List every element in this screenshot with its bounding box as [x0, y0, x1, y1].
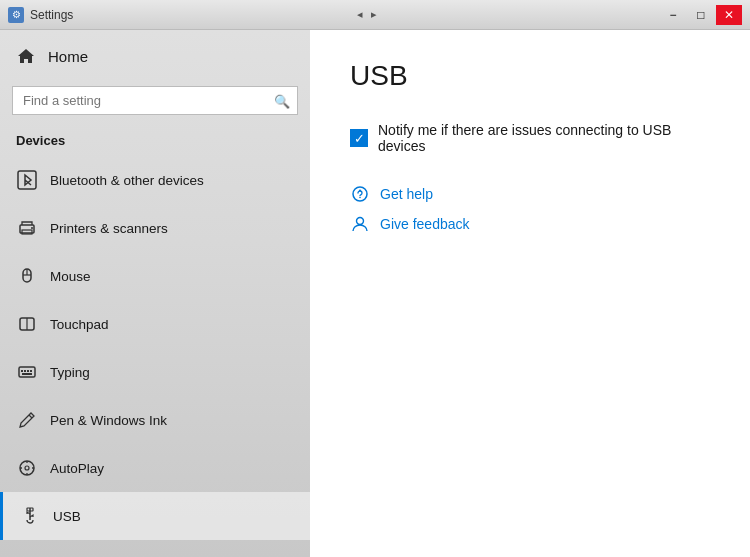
search-bar: 🔍 — [12, 86, 298, 115]
svg-point-16 — [20, 461, 34, 475]
svg-line-15 — [29, 415, 32, 418]
usb-checkbox[interactable]: ✓ — [350, 129, 368, 147]
usb-checkbox-label: Notify me if there are issues connecting… — [378, 122, 710, 154]
sidebar-item-pen[interactable]: Pen & Windows Ink — [0, 396, 310, 444]
usb-label: USB — [53, 509, 81, 524]
nav-back-icon[interactable]: ◂ — [357, 8, 363, 21]
autoplay-icon — [16, 457, 38, 479]
sidebar-item-home[interactable]: Home — [0, 30, 310, 82]
svg-rect-13 — [30, 370, 32, 372]
typing-label: Typing — [50, 365, 90, 380]
usb-checkbox-row: ✓ Notify me if there are issues connecti… — [350, 122, 710, 154]
sidebar-item-usb[interactable]: USB — [0, 492, 310, 540]
get-help-link[interactable]: Get help — [350, 184, 710, 204]
svg-rect-12 — [27, 370, 29, 372]
search-icon: 🔍 — [274, 93, 290, 108]
svg-rect-11 — [24, 370, 26, 372]
settings-app-icon: ⚙ — [8, 7, 24, 23]
printer-icon — [16, 217, 38, 239]
titlebar-left: ⚙ Settings — [8, 7, 73, 23]
touchpad-icon — [16, 313, 38, 335]
checkbox-checkmark: ✓ — [354, 132, 365, 145]
home-label: Home — [48, 48, 88, 65]
help-links: Get help Give feedback — [350, 184, 710, 234]
svg-point-17 — [25, 466, 29, 470]
nav-items: Bluetooth & other devices Printers & sca… — [0, 156, 310, 557]
svg-point-19 — [353, 187, 367, 201]
pen-icon — [16, 409, 38, 431]
sidebar-section-label: Devices — [0, 127, 310, 156]
give-feedback-icon — [350, 214, 370, 234]
close-button[interactable]: ✕ — [716, 5, 742, 25]
content-area: USB ✓ Notify me if there are issues conn… — [310, 30, 750, 557]
sidebar-item-touchpad[interactable]: Touchpad — [0, 300, 310, 348]
give-feedback-label: Give feedback — [380, 216, 470, 232]
get-help-icon — [350, 184, 370, 204]
sidebar-item-mouse[interactable]: Mouse — [0, 252, 310, 300]
mouse-icon — [16, 265, 38, 287]
minimize-button[interactable]: − — [660, 5, 686, 25]
titlebar-title: Settings — [30, 8, 73, 22]
sidebar-item-bluetooth[interactable]: Bluetooth & other devices — [0, 156, 310, 204]
svg-point-22 — [357, 218, 364, 225]
svg-point-3 — [31, 227, 33, 229]
titlebar: ⚙ Settings ◂ ▸ − □ ✕ — [0, 0, 750, 30]
keyboard-icon — [16, 361, 38, 383]
svg-rect-10 — [21, 370, 23, 372]
page-title: USB — [350, 60, 710, 92]
get-help-label: Get help — [380, 186, 433, 202]
printers-label: Printers & scanners — [50, 221, 168, 236]
sidebar-item-autoplay[interactable]: AutoPlay — [0, 444, 310, 492]
svg-rect-14 — [22, 373, 32, 375]
titlebar-nav: ◂ ▸ — [357, 8, 377, 21]
usb-icon — [19, 505, 41, 527]
touchpad-label: Touchpad — [50, 317, 109, 332]
titlebar-controls: − □ ✕ — [660, 5, 742, 25]
sidebar-item-printers[interactable]: Printers & scanners — [0, 204, 310, 252]
nav-forward-icon[interactable]: ▸ — [371, 8, 377, 21]
give-feedback-link[interactable]: Give feedback — [350, 214, 710, 234]
home-icon — [16, 46, 36, 66]
autoplay-label: AutoPlay — [50, 461, 104, 476]
sidebar: Home 🔍 Devices Bluetooth & other devices — [0, 30, 310, 557]
svg-point-21 — [359, 197, 361, 199]
sidebar-item-typing[interactable]: Typing — [0, 348, 310, 396]
search-input[interactable] — [12, 86, 298, 115]
pen-label: Pen & Windows Ink — [50, 413, 167, 428]
maximize-button[interactable]: □ — [688, 5, 714, 25]
bluetooth-icon — [16, 169, 38, 191]
mouse-label: Mouse — [50, 269, 91, 284]
app-container: Home 🔍 Devices Bluetooth & other devices — [0, 30, 750, 557]
svg-rect-0 — [18, 171, 36, 189]
bluetooth-label: Bluetooth & other devices — [50, 173, 204, 188]
